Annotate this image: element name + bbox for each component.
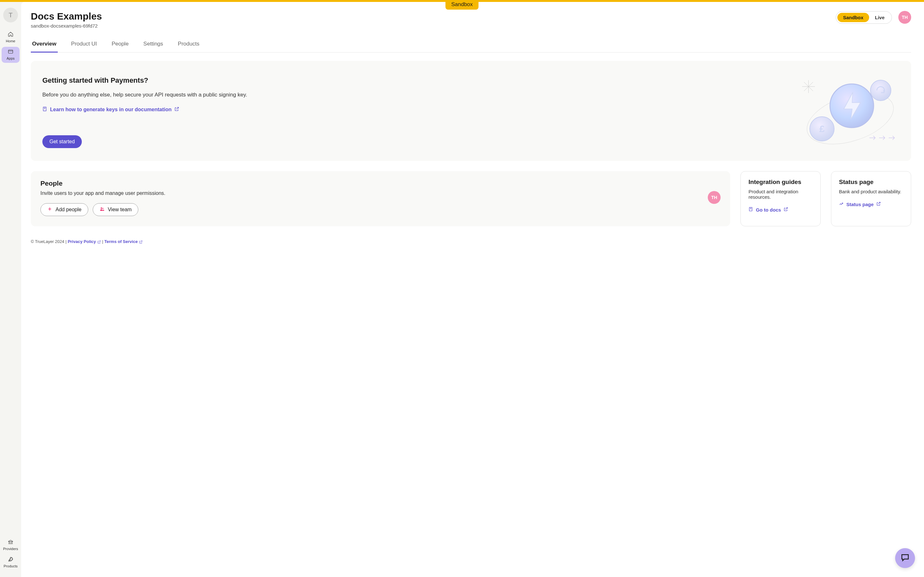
terms-link[interactable]: Terms of Service	[104, 239, 142, 244]
main-content: Docs Examples sandbox-docsexamples-69fd7…	[21, 2, 924, 577]
status-page-card: Status page Bank and product availabilit…	[831, 171, 911, 226]
cards-row: People Invite users to your app and mana…	[31, 171, 911, 226]
external-link-icon	[876, 201, 881, 207]
page-subtitle: sandbox-docsexamples-69fd72	[31, 23, 102, 29]
chart-up-icon	[839, 201, 844, 207]
hero-body: Before you do anything else, help secure…	[42, 92, 900, 98]
header-right: Sandbox Live TH	[836, 11, 911, 24]
sidebar-item-label: Home	[6, 39, 15, 43]
get-started-button[interactable]: Get started	[42, 135, 82, 148]
integration-guides-card: Integration guides Product and integrati…	[740, 171, 821, 226]
status-card-title: Status page	[839, 179, 903, 185]
add-people-button[interactable]: Add people	[40, 203, 88, 216]
sandbox-badge: Sandbox	[445, 0, 478, 10]
sidebar-item-products[interactable]: Products	[2, 554, 19, 571]
guides-card-body: Product and integration resources.	[748, 189, 813, 200]
svg-point-12	[871, 80, 891, 101]
tab-settings[interactable]: Settings	[142, 38, 164, 52]
people-card-body: Invite users to your app and manage user…	[40, 190, 720, 196]
people-member-avatar: TH	[708, 191, 720, 204]
sidebar-bottom: Providers Products	[0, 537, 21, 571]
guides-card-title: Integration guides	[748, 179, 813, 185]
view-team-button[interactable]: View team	[93, 203, 138, 216]
hero-title: Getting started with Payments?	[42, 76, 900, 85]
people-actions: Add people View team	[40, 203, 720, 216]
plus-icon	[47, 206, 52, 213]
tab-products[interactable]: Products	[176, 38, 200, 52]
home-icon	[8, 31, 13, 39]
env-option-live[interactable]: Live	[869, 13, 890, 22]
tab-product-ui[interactable]: Product UI	[70, 38, 98, 52]
getting-started-card: Getting started with Payments? Before yo…	[31, 61, 911, 161]
environment-toggle: Sandbox Live	[836, 11, 892, 24]
go-to-docs-link[interactable]: Go to docs	[748, 207, 788, 213]
sidebar-item-label: Apps	[6, 56, 15, 60]
footer: © TrueLayer 2024 | Privacy Policy | Term…	[31, 239, 911, 244]
sidebar-item-label: Products	[3, 564, 17, 568]
org-avatar[interactable]: T	[3, 8, 18, 23]
privacy-policy-link[interactable]: Privacy Policy	[68, 239, 102, 244]
external-link-icon	[174, 106, 179, 113]
header: Docs Examples sandbox-docsexamples-69fd7…	[31, 11, 911, 29]
sidebar: T Home Apps Providers	[0, 2, 21, 577]
book-icon	[748, 207, 753, 213]
add-people-label: Add people	[55, 207, 81, 213]
sidebar-item-apps[interactable]: Apps	[2, 47, 19, 63]
user-avatar[interactable]: TH	[898, 11, 911, 24]
window-icon	[8, 49, 13, 56]
book-icon	[42, 106, 47, 113]
chat-fab[interactable]	[895, 548, 915, 568]
status-card-body: Bank and product availability.	[839, 189, 903, 194]
sidebar-item-providers[interactable]: Providers	[2, 537, 19, 553]
svg-point-16	[101, 207, 102, 209]
sidebar-item-home[interactable]: Home	[2, 29, 19, 45]
svg-point-17	[102, 208, 103, 209]
env-option-sandbox[interactable]: Sandbox	[837, 13, 869, 22]
docs-link-text: Go to docs	[756, 207, 781, 213]
hero-link-text: Learn how to generate keys in our docume…	[50, 107, 172, 113]
status-page-link[interactable]: Status page	[839, 201, 881, 207]
org-avatar-initial: T	[9, 11, 13, 19]
tabs: Overview Product UI People Settings Prod…	[31, 38, 911, 53]
user-initials: TH	[902, 15, 908, 20]
chat-icon	[900, 553, 910, 564]
tab-people[interactable]: People	[110, 38, 130, 52]
people-icon	[99, 206, 105, 213]
footer-copyright: © TrueLayer 2024	[31, 239, 64, 244]
svg-rect-0	[8, 50, 13, 53]
svg-text:£: £	[819, 123, 825, 134]
external-link-icon	[783, 207, 788, 213]
status-link-text: Status page	[846, 201, 874, 207]
header-left: Docs Examples sandbox-docsexamples-69fd7…	[31, 11, 102, 29]
bank-icon	[8, 539, 13, 546]
page-title: Docs Examples	[31, 11, 102, 22]
rocket-icon	[8, 556, 13, 564]
hero-illustration: £	[796, 74, 905, 151]
people-avatar-initials: TH	[711, 195, 717, 200]
learn-keys-link[interactable]: Learn how to generate keys in our docume…	[42, 106, 179, 113]
view-team-label: View team	[108, 207, 132, 213]
people-card-title: People	[40, 179, 720, 187]
tab-overview[interactable]: Overview	[31, 38, 58, 52]
people-card: People Invite users to your app and mana…	[31, 171, 730, 226]
sidebar-item-label: Providers	[3, 547, 18, 551]
sidebar-nav: Home Apps	[0, 29, 21, 63]
